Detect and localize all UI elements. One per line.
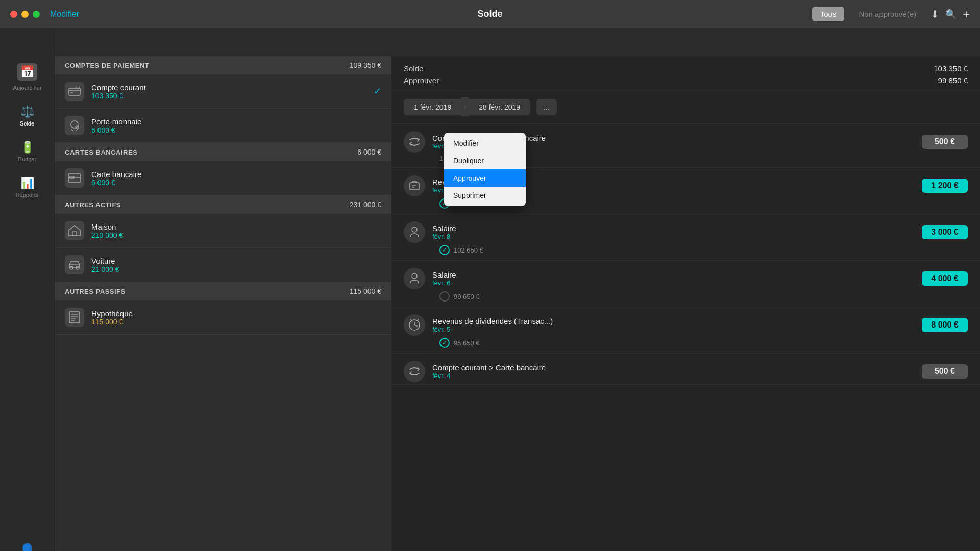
txn-amount-4: 4 000 € <box>922 271 968 286</box>
sidebar-item-budget[interactable]: 🔋 Budget <box>0 134 54 169</box>
context-menu-dupliquer[interactable]: Dupliquer <box>444 152 526 169</box>
account-item-maison[interactable]: Maison 210 000 € <box>55 214 391 248</box>
section-title-actifs: AUTRES ACTIFS <box>65 201 121 209</box>
account-name-carte: Carte bancaire <box>91 170 381 179</box>
close-button[interactable] <box>10 11 17 18</box>
account-item-porte-monnaie[interactable]: Porte-monnaie 6 000 € <box>55 109 391 143</box>
txn-date-4: févr. 6 <box>432 279 915 287</box>
modifier-button[interactable]: Modifier <box>50 10 79 19</box>
account-item-hypotheque[interactable]: Hypothèque 115 000 € <box>55 300 391 335</box>
txn-balance-5: 95 650 € <box>454 339 480 347</box>
transaction-item-txn6[interactable]: Compte courant > Carte bancaire févr. 4 … <box>391 354 980 385</box>
txn-date-3: févr. 8 <box>432 233 915 240</box>
account-item-compte-courant[interactable]: Compte courant 103 350 € ✓ <box>55 74 391 109</box>
date-more-button[interactable]: ... <box>536 99 557 115</box>
txn-balance-4: 99 650 € <box>454 293 480 300</box>
account-name-compte-courant: Compte courant <box>91 83 366 92</box>
account-name-voiture: Voiture <box>91 257 381 265</box>
txn-content-3: Salaire févr. 8 <box>432 224 915 240</box>
account-icon-maison <box>65 221 84 240</box>
minimize-button[interactable] <box>21 11 29 18</box>
right-panel: Solde Approuver 103 350 € 99 850 € 1 fév… <box>391 56 980 551</box>
solde-icon: ⚖️ <box>20 105 34 118</box>
account-balance-maison: 210 000 € <box>91 231 381 239</box>
download-icon: ⬇ <box>930 9 939 20</box>
calendar-icon: 15 📅 <box>17 63 37 81</box>
sidebar-label-aujourd-hui: Aujourd'hui <box>13 85 41 91</box>
txn-title-6: Compte courant > Carte bancaire <box>432 363 915 372</box>
txn-check-5[interactable]: ✓ <box>439 338 450 348</box>
maximize-button[interactable] <box>33 11 40 18</box>
sidebar-item-money-pro[interactable]: 👤 Money Pro <box>0 536 54 551</box>
section-total-cartes: 6 000 € <box>357 148 381 156</box>
txn-amount-3: 3 000 € <box>922 225 968 239</box>
svg-rect-5 <box>72 232 77 236</box>
txn-icon-salary-3 <box>404 221 425 243</box>
filter-tous-button[interactable]: Tous <box>812 7 845 21</box>
sidebar-label-budget: Budget <box>18 156 36 162</box>
right-header: Solde Approuver 103 350 € 99 850 € <box>391 56 980 90</box>
context-menu-modifier[interactable]: Modifier <box>444 135 526 152</box>
traffic-lights <box>10 11 40 18</box>
account-info-carte: Carte bancaire 6 000 € <box>91 170 381 187</box>
date-end-button[interactable]: 28 févr. 2019 <box>469 99 530 115</box>
section-total-passifs: 115 000 € <box>350 287 381 295</box>
txn-right-6: 500 € <box>922 364 968 379</box>
transaction-item-txn3[interactable]: Salaire févr. 8 3 000 € ✓ 102 650 € <box>391 214 980 261</box>
transaction-item-txn4[interactable]: Salaire févr. 6 4 000 € 99 650 € <box>391 261 980 307</box>
txn-amount-6: 500 € <box>922 364 968 379</box>
sidebar-item-solde[interactable]: ⚖️ Solde <box>0 98 54 134</box>
context-menu-approuver[interactable]: Approuver <box>444 169 526 187</box>
sidebar-item-aujourd-hui[interactable]: 15 📅 Aujourd'hui <box>0 56 54 98</box>
section-header-comptes-paiement: COMPTES DE PAIEMENT 109 350 € <box>55 56 391 74</box>
account-name-maison: Maison <box>91 222 381 231</box>
svg-rect-0 <box>69 88 80 95</box>
search-button[interactable]: 🔍 <box>945 8 957 20</box>
date-start-button[interactable]: 1 févr. 2019 <box>404 99 461 115</box>
download-button[interactable]: ⬇ <box>930 8 939 20</box>
account-icon-voiture <box>65 255 84 274</box>
sidebar-item-rapports[interactable]: 📊 Rapports <box>0 169 54 205</box>
checkmark-compte-courant: ✓ <box>374 86 381 97</box>
txn-check-3[interactable]: ✓ <box>439 245 450 255</box>
add-button[interactable]: + <box>963 7 970 21</box>
txn-date-6: févr. 4 <box>432 372 915 380</box>
sidebar-label-rapports: Rapports <box>16 192 39 198</box>
account-icon-hypotheque <box>65 308 84 327</box>
filter-non-approuve-button[interactable]: Non approuvé(e) <box>850 7 924 21</box>
account-balance-hypotheque: 115 000 € <box>91 318 381 326</box>
txn-amount-1: 500 € <box>922 135 968 149</box>
right-header-labels: Solde Approuver <box>404 64 439 85</box>
section-title-cartes: CARTES BANCAIRES <box>65 148 137 156</box>
txn-content-5: Revenus de dividendes (Transac...) févr.… <box>432 317 915 333</box>
solde-value: 103 350 € <box>934 64 968 73</box>
txn-check-4[interactable] <box>439 291 450 302</box>
account-balance-carte: 6 000 € <box>91 179 381 187</box>
budget-icon: 🔋 <box>20 141 34 154</box>
txn-amount-2: 1 200 € <box>922 179 968 193</box>
txn-content-4: Salaire févr. 6 <box>432 270 915 287</box>
section-total-comptes: 109 350 € <box>350 61 381 69</box>
sidebar-bottom: 👤 Money Pro <box>0 536 54 551</box>
txn-title-4: Salaire <box>432 270 915 279</box>
right-header-values: 103 350 € 99 850 € <box>934 64 968 85</box>
section-header-cartes: CARTES BANCAIRES 6 000 € <box>55 143 391 161</box>
account-name-hypotheque: Hypothèque <box>91 309 381 318</box>
account-info-compte-courant: Compte courant 103 350 € <box>91 83 366 100</box>
context-menu-supprimer[interactable]: Supprimer <box>444 187 526 204</box>
account-item-carte-bancaire[interactable]: Carte bancaire 6 000 € <box>55 161 391 195</box>
account-icon-porte-monnaie <box>65 116 84 135</box>
section-header-actifs: AUTRES ACTIFS 231 000 € <box>55 195 391 214</box>
txn-content-6: Compte courant > Carte bancaire févr. 4 <box>432 363 915 380</box>
txn-icon-transfer-6 <box>404 361 425 382</box>
svg-rect-9 <box>410 183 419 190</box>
txn-right-2: 1 200 € <box>922 179 968 193</box>
left-panel: COMPTES DE PAIEMENT 109 350 € Compte cou… <box>55 56 391 551</box>
sidebar-label-solde: Solde <box>20 120 34 127</box>
section-total-actifs: 231 000 € <box>350 201 381 209</box>
account-balance-porte-monnaie: 6 000 € <box>91 126 381 134</box>
svg-point-1 <box>71 121 78 128</box>
account-name-porte-monnaie: Porte-monnaie <box>91 117 381 126</box>
transaction-item-txn5[interactable]: Revenus de dividendes (Transac...) févr.… <box>391 307 980 354</box>
account-item-voiture[interactable]: Voiture 21 000 € <box>55 248 391 282</box>
